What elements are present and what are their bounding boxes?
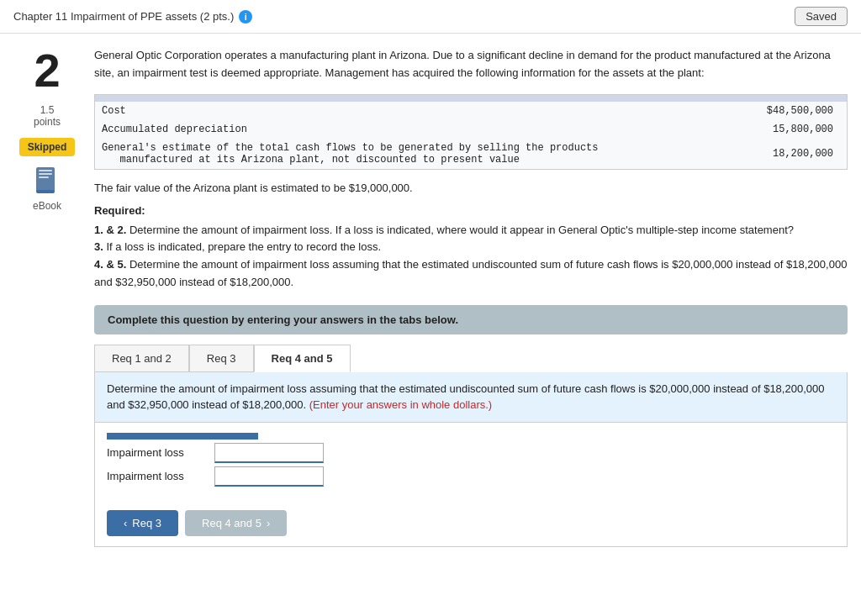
tab-req1and2[interactable]: Req 1 and 2 [94,345,189,372]
points-label: 1.5 points [34,104,61,128]
fair-value-text: The fair value of the Arizona plant is e… [94,182,848,194]
input-header-bar [107,433,258,440]
question-number: 2 [34,47,60,94]
back-button[interactable]: ‹ Req 3 [107,510,178,536]
table-header-row [95,94,848,102]
nav-buttons: ‹ Req 3 Req 4 and 5 › [95,500,847,546]
main-content: 2 1.5 points Skipped eBook General Optic… [0,34,861,561]
form-label-1: Impairment loss [107,446,208,459]
svg-rect-3 [39,176,49,178]
table-header-value [737,94,848,102]
form-row-1: Impairment loss [107,443,835,463]
table-cell-label: Cost [95,102,737,120]
next-button: Req 4 and 5 › [185,510,287,536]
ebook-icon-svg [34,166,60,197]
tab-req3[interactable]: Req 3 [189,345,254,372]
top-bar: Chapter 11 Impairment of PPE assets (2 p… [0,0,861,34]
table-cell-label: Accumulated depreciation [95,120,737,139]
tab-req4and5[interactable]: Req 4 and 5 [254,345,351,372]
tabs-container: Req 1 and 2 Req 3 Req 4 and 5 [94,345,848,372]
tab-content: Determine the amount of impairment loss … [94,372,848,547]
table-row: Cost$48,500,000 [95,102,848,120]
next-button-label: Req 4 and 5 [202,517,261,529]
table-row: Accumulated depreciation15,800,000 [95,120,848,139]
svg-rect-2 [39,173,52,175]
tab-desc-highlight: (Enter your answers in whole dollars.) [309,398,492,411]
table-cell-value: 15,800,000 [737,120,848,139]
ebook-button[interactable]: eBook [33,166,61,212]
required-item: 4. & 5. Determine the amount of impairme… [94,256,848,292]
complete-box: Complete this question by entering your … [94,305,848,334]
table-row: General's estimate of the total cash flo… [95,139,848,170]
table-body: Cost$48,500,000Accumulated depreciation1… [95,102,848,170]
table-cell-label: General's estimate of the total cash flo… [95,139,737,170]
form-area: Impairment loss Impairment loss [95,423,847,500]
impairment-loss-input-1[interactable] [214,443,324,463]
svg-rect-4 [36,190,55,193]
chapter-title-area: Chapter 11 Impairment of PPE assets (2 p… [13,10,252,24]
left-panel: 2 1.5 points Skipped eBook [13,47,81,547]
tab-description: Determine the amount of impairment loss … [95,372,847,423]
table-cell-value: 18,200,000 [737,139,848,170]
required-section: Required: 1. & 2. Determine the amount o… [94,204,848,292]
form-label-2: Impairment loss [107,470,208,482]
form-row-2: Impairment loss [107,466,835,487]
back-button-label: Req 3 [132,517,161,529]
impairment-loss-input-2[interactable] [214,466,324,487]
required-item: 1. & 2. Determine the amount of impairme… [94,222,848,240]
info-icon[interactable]: i [239,10,252,24]
next-arrow-icon: › [267,517,270,529]
required-title: Required: [94,204,848,217]
back-arrow-icon: ‹ [124,517,127,529]
ebook-label: eBook [33,200,61,212]
skipped-badge: Skipped [19,138,76,156]
svg-rect-1 [39,170,52,171]
required-items: 1. & 2. Determine the amount of impairme… [94,222,848,292]
saved-button[interactable]: Saved [795,7,848,26]
table-header-label [95,94,737,102]
table-cell-value: $48,500,000 [737,102,848,120]
data-table: Cost$48,500,000Accumulated depreciation1… [94,94,848,170]
question-text: General Optic Corporation operates a man… [94,47,848,82]
chapter-title: Chapter 11 Impairment of PPE assets (2 p… [13,10,234,23]
required-item: 3. If a loss is indicated, prepare the e… [94,239,848,256]
right-panel: General Optic Corporation operates a man… [94,47,848,547]
